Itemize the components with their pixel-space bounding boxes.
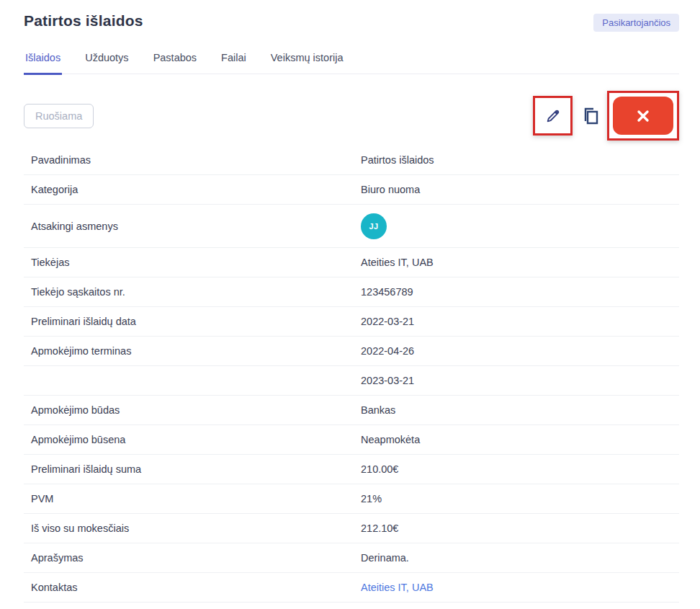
close-icon bbox=[635, 108, 651, 124]
table-row: Preliminari išlaidų data 2022-03-21 bbox=[24, 307, 679, 337]
copy-icon bbox=[582, 106, 601, 126]
row-label: Pavadinimas bbox=[31, 154, 361, 166]
page-header: Patirtos išlaidos Pasikartojančios bbox=[24, 12, 679, 32]
row-label: Kategorija bbox=[31, 184, 361, 195]
row-label: Atsakingi asmenys bbox=[31, 221, 361, 232]
edit-annotation-highlight bbox=[533, 96, 573, 135]
pencil-icon bbox=[545, 108, 561, 124]
close-button[interactable] bbox=[613, 97, 673, 135]
table-row: Kontaktas Ateities IT, UAB bbox=[24, 573, 679, 603]
row-label: Tiekėjas bbox=[31, 257, 361, 268]
table-row: Iš viso su mokesčiais 212.10€ bbox=[24, 514, 679, 543]
expense-detail-page: Patirtos išlaidos Pasikartojančios Išlai… bbox=[0, 0, 700, 603]
row-label: Aprašymas bbox=[31, 552, 361, 564]
row-value: Derinama. bbox=[361, 552, 679, 564]
row-label: Tiekėjo sąskaitos nr. bbox=[31, 286, 361, 298]
table-row: Tiekėjo sąskaitos nr. 123456789 bbox=[24, 277, 679, 307]
row-value: Bankas bbox=[361, 404, 679, 416]
table-row: Atsakingi asmenys JJ bbox=[24, 205, 679, 248]
page-title: Patirtos išlaidos bbox=[24, 12, 143, 30]
edit-button[interactable] bbox=[545, 108, 561, 124]
contact-link[interactable]: Ateities IT, UAB bbox=[361, 582, 679, 593]
table-row: Apmokėjimo terminas 2022-04-26 bbox=[24, 337, 679, 366]
copy-button[interactable] bbox=[582, 106, 601, 126]
row-value: 210.00€ bbox=[361, 463, 679, 475]
tab-pastabos[interactable]: Pastabos bbox=[152, 52, 198, 75]
row-value: Patirtos išlaidos bbox=[361, 154, 679, 166]
details-table: Pavadinimas Patirtos išlaidos Kategorija… bbox=[24, 146, 679, 603]
row-label: Apmokėjimo būdas bbox=[31, 404, 361, 416]
table-row: Pavadinimas Patirtos išlaidos bbox=[24, 146, 679, 175]
row-value: 21% bbox=[361, 493, 679, 504]
tab-islaidos[interactable]: Išlaidos bbox=[24, 52, 62, 75]
row-value: 2022-04-26 bbox=[361, 345, 679, 357]
tab-failai[interactable]: Failai bbox=[220, 52, 248, 75]
row-value: Neapmokėta bbox=[361, 434, 679, 445]
table-row: Preliminari išlaidų suma 210.00€ bbox=[24, 455, 679, 484]
table-row: Kategorija Biuro nuoma bbox=[24, 175, 679, 205]
table-row: Apmokėjimo būdas Bankas bbox=[24, 396, 679, 425]
row-value: JJ bbox=[361, 213, 679, 239]
row-label: Apmokėjimo terminas bbox=[31, 345, 361, 357]
row-value: 123456789 bbox=[361, 286, 679, 298]
tab-bar: Išlaidos Užduotys Pastabos Failai Veiksm… bbox=[24, 52, 679, 74]
row-value: 2022-03-21 bbox=[361, 316, 679, 327]
row-label: Iš viso su mokesčiais bbox=[31, 523, 361, 534]
table-row: Apmokėjimo būsena Neapmokėta bbox=[24, 425, 679, 455]
row-label: Preliminari išlaidų suma bbox=[31, 463, 361, 475]
table-row: 2023-03-21 bbox=[24, 366, 679, 396]
table-row: PVM 21% bbox=[24, 484, 679, 514]
recurring-badge: Pasikartojančios bbox=[593, 14, 679, 32]
table-row: Aprašymas Derinama. bbox=[24, 543, 679, 573]
row-value: 2023-03-21 bbox=[361, 375, 679, 386]
row-label: PVM bbox=[31, 493, 361, 504]
tab-veiksmu-istorija[interactable]: Veiksmų istorija bbox=[269, 52, 345, 75]
toolbar: Ruošiama bbox=[24, 90, 679, 141]
row-label: Apmokėjimo būsena bbox=[31, 434, 361, 445]
table-row: Tiekėjas Ateities IT, UAB bbox=[24, 248, 679, 277]
row-value: Biuro nuoma bbox=[361, 184, 679, 195]
row-label: Kontaktas bbox=[31, 582, 361, 593]
status-button[interactable]: Ruošiama bbox=[24, 104, 94, 128]
row-label: Preliminari išlaidų data bbox=[31, 316, 361, 327]
close-annotation-highlight bbox=[607, 91, 679, 141]
avatar[interactable]: JJ bbox=[361, 213, 387, 239]
row-value: 212.10€ bbox=[361, 523, 679, 534]
row-value: Ateities IT, UAB bbox=[361, 257, 679, 268]
tab-uzduotys[interactable]: Užduotys bbox=[84, 52, 130, 75]
